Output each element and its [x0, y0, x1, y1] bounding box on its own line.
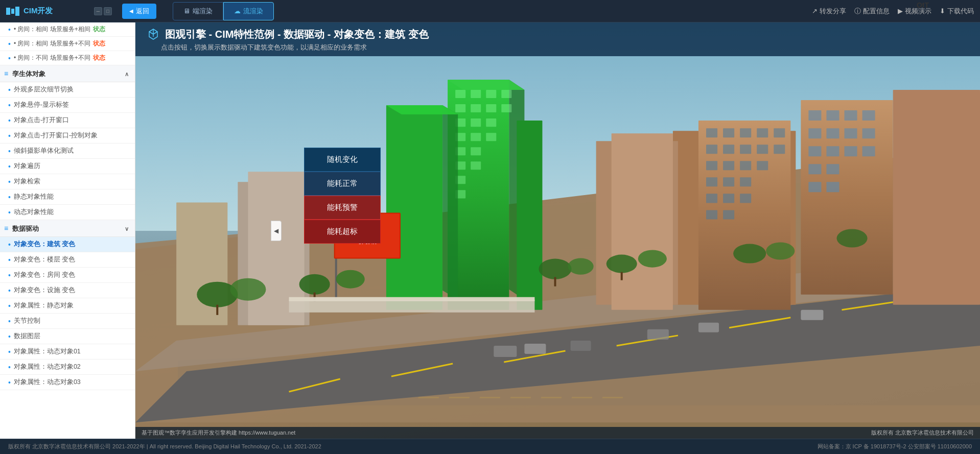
- control-buttons: 随机变化 能耗正常 能耗预警 能耗超标: [304, 148, 381, 244]
- sidebar-item-dynamic-obj2[interactable]: 对象属性：动态对象02: [0, 360, 135, 375]
- bottom-left-text: 基于图观™数字孪生应用开发引擎构建 https://www.tuguan.net: [142, 429, 295, 437]
- road-stripe: [479, 397, 500, 398]
- section-icon-data: ≡: [4, 224, 8, 232]
- window-controls: ─ □: [94, 7, 112, 15]
- main-layout: • 房间：相间 场景服务+相间 状态 • 房间：相间 场景服务+不同 状态 • …: [0, 22, 980, 439]
- logo-icon: [6, 6, 20, 16]
- road-stripe: [510, 397, 531, 398]
- content-area: 北京 建 设 发 展: [135, 22, 980, 439]
- sidebar: • 房间：相间 场景服务+相间 状态 • 房间：相间 场景服务+不同 状态 • …: [0, 22, 135, 439]
- minimize-icon[interactable]: ─: [94, 7, 102, 15]
- section-lifebody[interactable]: ≡ 孪生体对象 ∧: [0, 65, 135, 82]
- sidebar-item-joint-control[interactable]: 关节控制: [0, 314, 135, 329]
- bottom-right-text: 版权所有 北京数字冰雹信息技术有限公司: [871, 429, 974, 437]
- header: CIM开发 ─ □ 返回 🖥 端渲染 ☁ 流渲染 ↗ 转发分享 ⓘ 配置信息 ▶…: [0, 0, 980, 22]
- video-icon: ▶: [898, 7, 903, 15]
- sidebar-item-data-layer[interactable]: 数据图层: [0, 329, 135, 344]
- road-stripe: [602, 397, 623, 398]
- btn-random-change[interactable]: 随机变化: [304, 148, 381, 172]
- tab-stream-render[interactable]: ☁ 流渲染: [223, 2, 274, 20]
- sidebar-item-static-perf[interactable]: 静态对象性能: [0, 189, 135, 205]
- config-action[interactable]: ⓘ 配置信息: [854, 7, 890, 16]
- sidebar-item-detail-switch[interactable]: 外观多层次细节切换: [0, 82, 135, 98]
- render-tabs: 🖥 端渲染 ☁ 流渲染: [173, 2, 274, 20]
- sidebar-item-traverse[interactable]: 对象遍历: [0, 159, 135, 174]
- header-actions: ↗ 转发分享 ⓘ 配置信息 ▶ 视频演示 ⬇ 下载代码 OtT: [812, 7, 974, 16]
- sidebar-item-dynamic-obj3[interactable]: 对象属性：动态对象03: [0, 375, 135, 390]
- download-action[interactable]: ⬇ 下载代码: [940, 7, 974, 16]
- sidebar-item-room-color[interactable]: 对象变色：房间 变色: [0, 268, 135, 283]
- road-stripe: [449, 397, 470, 398]
- sidebar-item-cut-1[interactable]: • 房间：相间 场景服务+相间 状态: [0, 22, 135, 37]
- road-stripes: [418, 396, 964, 398]
- sidebar-item-static-attr[interactable]: 对象属性：静态对象: [0, 298, 135, 314]
- sidebar-item-click-window[interactable]: 对象点击-打开窗口: [0, 113, 135, 128]
- info-title: 图观引擎 - CIM特性范例 - 数据驱动 - 对象变色：建筑 变色: [146, 27, 970, 42]
- btn-energy-warning[interactable]: 能耗预警: [304, 196, 381, 220]
- sidebar-toggle[interactable]: ◀: [271, 221, 282, 241]
- ott-badge: OtT: [917, 1, 929, 9]
- app-title: CIM开发: [24, 6, 53, 16]
- app-logo: CIM开发: [6, 6, 88, 16]
- sidebar-item-click-window-control[interactable]: 对象点击-打开窗口-控制对象: [0, 128, 135, 144]
- download-icon: ⬇: [940, 7, 945, 15]
- section-data-drive[interactable]: ≡ 数据驱动 ∨: [0, 220, 135, 237]
- btn-energy-normal[interactable]: 能耗正常: [304, 172, 381, 196]
- sidebar-item-dynamic-obj1[interactable]: 对象属性：动态对象01: [0, 344, 135, 360]
- road-stripe: [571, 397, 592, 398]
- share-action[interactable]: ↗ 转发分享: [812, 7, 846, 16]
- btn-energy-exceed[interactable]: 能耗超标: [304, 220, 381, 244]
- sidebar-item-cut-2[interactable]: • 房间：相间 场景服务+不同 状态: [0, 37, 135, 51]
- footer: 版权所有 北京数字冰雹信息技术有限公司 2021-2022年 | All rig…: [0, 439, 980, 454]
- sidebar-item-facility-color[interactable]: 对象变色：设施 变色: [0, 283, 135, 298]
- info-title-text: 图观引擎 - CIM特性范例 - 数据驱动 - 对象变色：建筑 变色: [165, 28, 429, 41]
- share-icon: ↗: [812, 7, 818, 15]
- sidebar-item-search[interactable]: 对象检索: [0, 174, 135, 189]
- footer-left: 版权所有 北京数字冰雹信息技术有限公司 2021-2022年 | All rig…: [8, 443, 321, 450]
- info-bar: 图观引擎 - CIM特性范例 - 数据驱动 - 对象变色：建筑 变色 点击按钮，…: [135, 22, 980, 56]
- road-stripe: [418, 397, 439, 398]
- sidebar-item-dynamic-perf[interactable]: 动态对象性能: [0, 205, 135, 220]
- viewport-bottom-bar: 基于图观™数字孪生应用开发引擎构建 https://www.tuguan.net…: [135, 427, 980, 439]
- info-subtitle: 点击按钮，切换展示数据驱动下建筑变色功能，以满足相应的业务需求: [161, 43, 970, 52]
- footer-right: 网站备案：京 ICP 备 19018737号-2 公安部案号 110106020…: [818, 443, 972, 450]
- sidebar-item-building-color[interactable]: 对象变色：建筑 变色: [0, 237, 135, 252]
- back-button[interactable]: 返回: [122, 4, 156, 19]
- monitor-icon: 🖥: [183, 7, 190, 15]
- info-icon: ⓘ: [854, 7, 861, 16]
- viewport: 北京 建 设 发 展: [135, 22, 980, 439]
- section-icon-lifebody: ≡: [4, 69, 8, 78]
- chevron-down-icon: ∨: [125, 226, 129, 232]
- sidebar-item-floor-color[interactable]: 对象变色：楼层 变色: [0, 252, 135, 268]
- sidebar-item-cut-3[interactable]: • 房间：不同 场景服务+不同 状态: [0, 51, 135, 65]
- chevron-up-icon: ∧: [125, 71, 129, 78]
- maximize-icon[interactable]: □: [104, 7, 112, 15]
- sidebar-item-hover-label[interactable]: 对象悬停-显示标签: [0, 98, 135, 113]
- tuguan-logo-icon: [147, 28, 159, 40]
- stream-icon: ☁: [234, 7, 241, 15]
- sidebar-item-tilt-photo[interactable]: 倾斜摄影单体化测试: [0, 144, 135, 159]
- tab-endpoint-render[interactable]: 🖥 端渲染: [173, 2, 223, 20]
- tuguan-logo: [146, 27, 161, 42]
- road-stripe: [541, 397, 562, 398]
